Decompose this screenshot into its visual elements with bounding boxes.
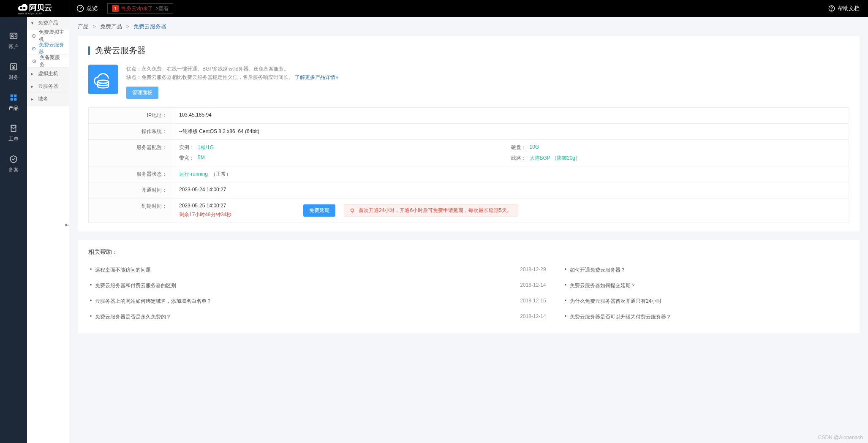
- learn-more-link[interactable]: 了解更多产品详情»: [295, 74, 338, 80]
- help-date: 2018-12-14: [520, 282, 546, 289]
- chevron-right-icon: ▸: [31, 71, 35, 76]
- bandwidth-value: 5M: [198, 155, 205, 162]
- alert-text: 首次开通24小时，开通6小时后可免费申请延期，每次最长延期5天。: [359, 207, 512, 214]
- main-nav: 账户 财务 产品 工单 备案: [0, 17, 27, 342]
- svg-point-13: [98, 80, 109, 83]
- config-label: 服务器配置: [89, 140, 173, 166]
- help-link[interactable]: 远程桌面不能访问的问题: [95, 266, 520, 274]
- help-section: 相关帮助： •远程桌面不能访问的问题2018-12-29 •免费云服务器和付费云…: [78, 240, 860, 333]
- products-icon: [9, 93, 18, 102]
- vip-text: 终身云vip来了: [121, 5, 153, 12]
- subnav-cloud-server[interactable]: ▸云服务器: [27, 80, 69, 93]
- help-item: •免费云服务器和付费云服务器的区别2018-12-14: [88, 278, 546, 294]
- free-renew-button[interactable]: 免费延期: [303, 204, 335, 217]
- disk-value: 10G: [530, 144, 539, 151]
- account-icon: [9, 31, 18, 41]
- bandwidth-label: 带宽: [179, 155, 194, 162]
- lightbulb-icon: [349, 208, 355, 214]
- help-item: •远程桌面不能访问的问题2018-12-29: [88, 262, 546, 278]
- disadvantages-line: 缺点：免费云服务器相比收费云服务器稳定性欠佳，售后服务响应时间长。 了解更多产品…: [126, 73, 849, 82]
- expire-time-value: 2023-05-25 14:00:27: [179, 203, 231, 209]
- sub-nav: ▾免费产品 ⊙免费虚拟主机 ⊙免费云服务器 ⊙免备案服务 ▸虚拟主机 ▸云服务器…: [27, 17, 69, 342]
- help-date: 2018-12-29: [520, 266, 546, 274]
- help-link[interactable]: 为什么免费云服务器首次开通只有24小时: [570, 298, 849, 305]
- svg-rect-10: [11, 98, 13, 101]
- page-body: 免费云服务器 优点：永久免费、在线一键开通、BGP多线路云服务器、送免备案服务。…: [78, 36, 860, 231]
- os-value: --纯净版 CentOS 8.2 x86_64 (64bit): [173, 124, 849, 140]
- breadcrumb: 产品 > 免费产品 > 免费云服务器: [69, 17, 868, 36]
- nav-record[interactable]: 备案: [0, 149, 27, 179]
- circle-icon: ⊙: [31, 46, 36, 52]
- nav-products[interactable]: 产品: [0, 87, 27, 118]
- overview-link[interactable]: 总览: [70, 0, 104, 17]
- open-time-label: 开通时间: [89, 182, 173, 198]
- help-link[interactable]: 云服务器上的网站如何绑定域名，添加域名白名单？: [95, 298, 520, 305]
- chevron-right-icon: ▸: [31, 97, 35, 101]
- brand-logo[interactable]: 阿贝云 www.abeiyun.com: [0, 0, 70, 17]
- finance-icon: [9, 62, 18, 71]
- top-header: 阿贝云 www.abeiyun.com 总览 1 终身云vip来了 >查看 帮助…: [0, 0, 868, 17]
- help-item: •云服务器上的网站如何绑定域名，添加域名白名单？2018-12-15: [88, 294, 546, 309]
- manage-panel-button[interactable]: 管理面板: [126, 87, 158, 99]
- help-date: 2018-12-15: [520, 298, 546, 305]
- help-icon: [828, 5, 835, 12]
- chevron-right-icon: ▸: [31, 84, 35, 89]
- svg-point-1: [23, 7, 25, 9]
- subnav-no-record[interactable]: ⊙免备案服务: [27, 55, 69, 68]
- server-stack-icon: [94, 70, 112, 89]
- help-right-column: •如何开通免费云服务器？ •免费云服务器如何提交延期？ •为什么免费云服务器首次…: [546, 262, 849, 325]
- breadcrumb-mid[interactable]: 免费产品: [100, 23, 122, 30]
- content-area: 产品 > 免费产品 > 免费云服务器 免费云服务器 优点：永久免费、在线一键开通…: [69, 17, 868, 333]
- svg-point-14: [351, 209, 354, 212]
- status-value: 运行-running: [179, 171, 208, 177]
- ticket-icon: [9, 124, 18, 133]
- ip-label: IP地址: [89, 108, 173, 124]
- help-item: •免费云服务器如何提交延期？: [563, 278, 849, 294]
- svg-rect-11: [14, 98, 16, 101]
- detail-table: IP地址 103.45.185.94 操作系统 --纯净版 CentOS 8.2…: [88, 107, 849, 223]
- help-docs-link[interactable]: 帮助文档: [820, 5, 868, 12]
- help-link[interactable]: 免费云服务器和付费云服务器的区别: [95, 282, 520, 289]
- advantages-line: 优点：永久免费、在线一键开通、BGP多线路云服务器、送免备案服务。: [126, 65, 849, 73]
- breadcrumb-current: 免费云服务器: [133, 23, 166, 30]
- nav-tickets[interactable]: 工单: [0, 118, 27, 149]
- chevron-down-icon: ▾: [31, 21, 35, 25]
- subnav-vhost[interactable]: ▸虚拟主机: [27, 68, 69, 80]
- renew-alert: 首次开通24小时，开通6小时后可免费申请延期，每次最长延期5天。: [344, 204, 517, 217]
- nav-account[interactable]: 账户: [0, 25, 27, 56]
- disk-label: 硬盘: [511, 144, 526, 151]
- subnav-free-vhost[interactable]: ⊙免费虚拟主机: [27, 30, 69, 42]
- help-date: 2018-12-14: [520, 313, 546, 321]
- vip-banner[interactable]: 1 终身云vip来了 >查看: [107, 3, 173, 14]
- subnav-free-server[interactable]: ⊙免费云服务器: [27, 42, 69, 55]
- svg-point-6: [11, 35, 13, 36]
- page-title: 免费云服务器: [95, 45, 146, 56]
- instance-value: 1核/1G: [198, 144, 214, 151]
- os-label: 操作系统: [89, 124, 173, 140]
- status-label: 服务器状态: [89, 166, 173, 182]
- help-link[interactable]: 免费云服务器是否可以升级为付费云服务器？: [570, 313, 849, 321]
- svg-point-0: [20, 7, 22, 9]
- help-link[interactable]: 如何开通免费云服务器？: [570, 266, 849, 274]
- help-item: •如何开通免费云服务器？: [563, 262, 849, 278]
- help-link[interactable]: 免费云服务器如何提交延期？: [570, 282, 849, 289]
- nav-finance[interactable]: 财务: [0, 56, 27, 87]
- instance-label: 实例: [179, 144, 194, 151]
- gauge-icon: [76, 5, 84, 12]
- collapse-handle[interactable]: ⇤: [65, 222, 70, 228]
- svg-rect-9: [14, 95, 16, 97]
- svg-point-4: [831, 10, 832, 10]
- line-value: 大连BGP （防御20g）: [530, 155, 580, 162]
- breadcrumb-home[interactable]: 产品: [78, 23, 89, 30]
- help-item: •为什么免费云服务器首次开通只有24小时: [563, 294, 849, 309]
- vip-badge: 1: [112, 5, 119, 12]
- subnav-free-products[interactable]: ▾免费产品: [27, 17, 69, 30]
- subnav-domain[interactable]: ▸域名: [27, 93, 69, 106]
- vip-check: >查看: [155, 5, 169, 12]
- svg-rect-8: [11, 95, 13, 97]
- help-link[interactable]: 免费云服务器是否是永久免费的？: [95, 313, 520, 321]
- help-title: 相关帮助：: [88, 248, 849, 256]
- record-icon: [9, 155, 18, 164]
- expire-time-label: 到期时间: [89, 198, 173, 223]
- open-time-value: 2023-05-24 14:00:27: [173, 182, 849, 198]
